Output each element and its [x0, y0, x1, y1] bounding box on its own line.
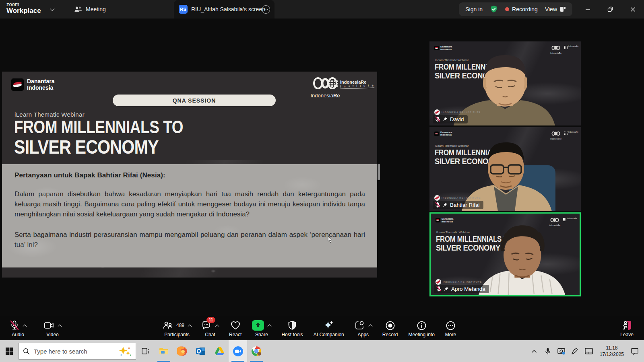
view-label: View	[545, 6, 557, 12]
taskbar-clock[interactable]: 11:18 17/12/2025	[597, 345, 627, 358]
react-button[interactable]: React	[229, 319, 242, 337]
video-tile-apro-mefanda[interactable]: DanantaraIndonesia IndonesiaRe Indonesia…	[429, 212, 581, 296]
shield-icon	[288, 321, 297, 330]
video-button[interactable]: Video	[44, 319, 61, 337]
participant-name-label: David	[433, 115, 468, 123]
meeting-info-button[interactable]: Meeting info	[408, 319, 434, 337]
pin-icon	[443, 117, 448, 122]
leave-icon	[622, 321, 632, 331]
ai-companion-button[interactable]: AI Companion	[314, 319, 344, 337]
view-button[interactable]: View	[545, 6, 566, 12]
taskbar-firefox[interactable]	[173, 340, 192, 362]
system-tray: 11:18 17/12/2025	[528, 340, 644, 362]
tab-shared-screen[interactable]: RS RIU_Afifah Salsabila's screen	[174, 0, 275, 19]
zoom-toolbar: Audio Video	[0, 316, 644, 340]
sign-in-button[interactable]: Sign in	[465, 6, 483, 12]
scrollbar-thumb[interactable]	[378, 164, 380, 180]
audio-button[interactable]: Audio	[10, 319, 26, 337]
chevron-down-icon[interactable]	[50, 6, 54, 11]
pin-icon	[444, 286, 449, 292]
more-button[interactable]: More	[445, 319, 456, 337]
video-options-caret[interactable]	[58, 324, 62, 328]
record-icon	[385, 321, 395, 331]
security-shield-icon[interactable]	[490, 5, 498, 13]
tray-pen-icon[interactable]	[569, 340, 581, 362]
start-button[interactable]	[0, 340, 19, 362]
firefox-icon	[177, 346, 188, 356]
tray-mic-icon[interactable]	[542, 340, 554, 362]
chat-unread-badge: 11	[206, 317, 215, 323]
taskbar-chrome[interactable]	[247, 340, 266, 362]
indonesiare-plain: Indonesia	[310, 93, 333, 99]
recording-dot-icon	[505, 7, 509, 11]
participants-button[interactable]: 489 Participants	[163, 319, 191, 337]
slide-title-line1: FROM MILLENNIALS TO	[14, 117, 183, 138]
taskbar-zoom[interactable]	[229, 340, 247, 362]
search-icon	[23, 348, 30, 355]
window-controls	[576, 0, 644, 19]
mic-muted-icon	[435, 116, 440, 122]
dots-grid-icon	[329, 80, 338, 87]
participant-name: Apro Mefanda	[451, 286, 485, 292]
share-options-caret[interactable]	[268, 324, 272, 328]
windows-taskbar: Type here to search	[0, 340, 644, 362]
people-icon	[74, 6, 82, 13]
share-button[interactable]: Share	[252, 319, 271, 337]
share-icon	[252, 320, 264, 331]
video-tile-david[interactable]: DanantaraIndonesia IndonesiaRe Indonesia…	[429, 41, 581, 125]
clock-time: 11:18	[600, 345, 624, 351]
question-panel: Pertanyaan untuk Bapak Bahtiar Rifai (Ne…	[2, 164, 377, 267]
participants-options-caret[interactable]	[188, 324, 192, 328]
task-view-icon	[141, 348, 149, 355]
search-input[interactable]: Type here to search	[34, 348, 114, 355]
tray-touchpad-icon[interactable]	[583, 340, 595, 362]
question-paragraph-1: Dalam paparan disebutkan bahwa kesadaran…	[14, 189, 365, 219]
sparkle-icon	[324, 320, 334, 331]
chat-button[interactable]: 11 Chat	[202, 319, 219, 337]
maximize-button[interactable]	[599, 0, 621, 19]
audio-options-caret[interactable]	[23, 324, 27, 328]
heart-icon	[230, 321, 241, 330]
chat-options-caret[interactable]	[215, 324, 219, 328]
record-button[interactable]: Record	[382, 319, 398, 337]
danantara-line1: Danantara	[27, 78, 54, 84]
chrome-icon	[251, 346, 262, 356]
participants-count: 489	[176, 323, 184, 328]
tray-display-share-icon[interactable]	[555, 340, 568, 362]
mic-muted-icon	[10, 320, 19, 331]
camera-icon	[44, 321, 54, 329]
outlook-icon	[196, 346, 206, 356]
taskbar-file-explorer[interactable]	[155, 340, 173, 362]
question-paragraph-2: Serta bagaimana industri perasuransian m…	[14, 230, 365, 250]
action-center-button[interactable]	[629, 340, 641, 362]
clock-date: 17/12/2025	[600, 351, 624, 358]
zoom-workplace-window: zoom Workplace Meeting RS RIU_Afifah Sal…	[0, 0, 644, 362]
avatar: RS	[179, 5, 188, 14]
tab-meeting[interactable]: Meeting	[68, 0, 111, 19]
participant-name-label: Bahtiar Rifai	[433, 201, 483, 209]
close-button[interactable]	[621, 0, 644, 19]
minimize-button[interactable]	[576, 0, 599, 19]
taskbar-google-drive[interactable]	[210, 340, 229, 362]
taskbar-outlook[interactable]	[192, 340, 210, 362]
apps-options-caret[interactable]	[368, 324, 372, 328]
tab-options-icon[interactable]: ⋯	[262, 5, 270, 14]
tray-hidden-icons-chevron[interactable]	[528, 340, 540, 362]
recording-label: Recording	[512, 6, 538, 12]
leave-button[interactable]: Leave	[620, 319, 634, 337]
meeting-main-area: Danantara Indonesia QNA SESSION Indonesi…	[0, 19, 644, 316]
task-view-button[interactable]	[136, 340, 155, 362]
taskbar-search[interactable]: Type here to search	[19, 343, 136, 360]
slide-title-line2: SILVER ECONOMY	[14, 136, 159, 158]
indonesiare-institute-logo: IndonesiaRe I n s t i t u t e	[329, 80, 374, 88]
danantara-line2: Indonesia	[27, 85, 54, 91]
titlebar-right-cluster: Sign in Recording View	[459, 2, 572, 16]
tab-shared-screen-label: RIU_Afifah Salsabila's screen	[191, 6, 265, 12]
video-tile-bahtiar-rifai[interactable]: DanantaraIndonesia IndonesiaRe Indonesia…	[429, 127, 581, 211]
zoom-icon	[233, 346, 244, 357]
apps-button[interactable]: Apps	[355, 319, 372, 337]
apps-icon	[355, 321, 365, 330]
institute-line2: I n s t i t u t e	[340, 84, 375, 89]
indonesiare-bold: Re	[333, 93, 340, 99]
host-tools-button[interactable]: Host tools	[281, 319, 303, 337]
